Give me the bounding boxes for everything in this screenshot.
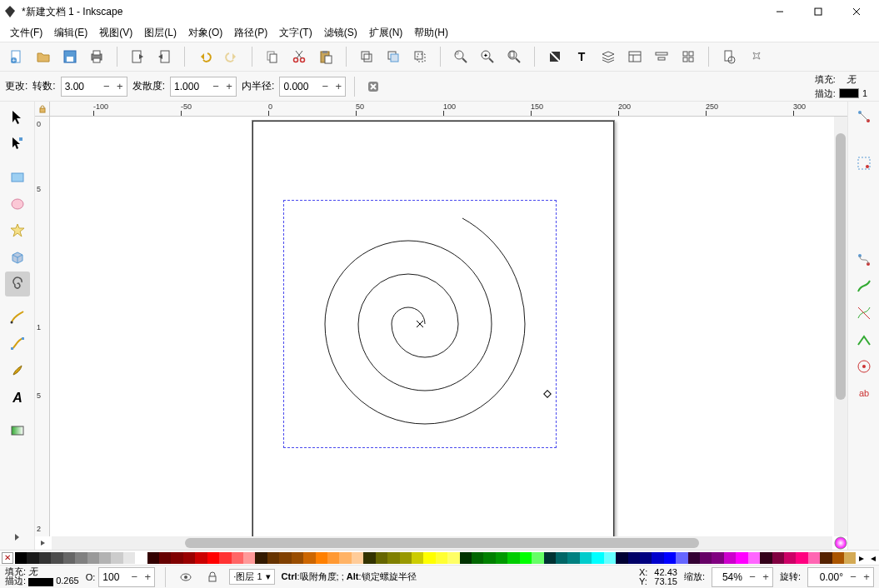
color-swatch[interactable]	[628, 552, 640, 564]
save-icon[interactable]	[60, 47, 80, 67]
layer-lock-icon[interactable]	[202, 567, 222, 587]
inner-radius-spinbox[interactable]: − +	[279, 77, 346, 97]
palette-menu[interactable]: ◂	[867, 552, 879, 564]
ellipse-tool[interactable]	[5, 192, 30, 217]
menu-view[interactable]: 视图(V)	[94, 24, 137, 42]
clone-icon[interactable]	[383, 47, 403, 67]
inner-radius-decrement[interactable]: −	[318, 77, 332, 96]
color-swatch[interactable]	[724, 552, 736, 564]
color-swatch[interactable]	[748, 552, 760, 564]
color-swatch[interactable]	[219, 552, 231, 564]
color-swatch[interactable]	[664, 552, 676, 564]
xml-dialog-icon[interactable]	[625, 47, 645, 67]
3dbox-tool[interactable]	[5, 245, 30, 270]
snap-intersection-icon[interactable]	[854, 303, 874, 323]
align-dialog-icon[interactable]	[652, 47, 672, 67]
layer-visibility-icon[interactable]	[176, 567, 196, 587]
color-swatch[interactable]	[423, 552, 435, 564]
status-fill-value[interactable]: 无	[28, 567, 53, 576]
color-swatch[interactable]	[520, 552, 532, 564]
toolbox-expand[interactable]	[5, 525, 30, 550]
color-swatch[interactable]	[363, 552, 375, 564]
print-icon[interactable]	[87, 47, 107, 67]
inner-radius-increment[interactable]: +	[332, 77, 345, 96]
snap-bbox-icon[interactable]	[854, 153, 874, 173]
open-icon[interactable]	[33, 47, 53, 67]
color-swatch[interactable]	[135, 552, 147, 564]
divergence-increment[interactable]: +	[222, 77, 236, 96]
pencil-tool[interactable]	[5, 305, 30, 330]
color-swatch[interactable]	[243, 552, 255, 564]
color-swatch[interactable]	[808, 552, 820, 564]
color-swatch[interactable]	[832, 552, 844, 564]
menu-extension[interactable]: 扩展(N)	[364, 24, 408, 42]
horizontal-ruler[interactable]: -100-50050100150200250300	[50, 102, 847, 117]
bezier-tool[interactable]	[5, 331, 30, 356]
vertical-scrollbar[interactable]	[834, 117, 847, 536]
color-swatch[interactable]	[316, 552, 327, 564]
snap-nodes-icon[interactable]	[854, 250, 874, 270]
color-swatch[interactable]	[232, 552, 243, 564]
color-swatch[interactable]	[700, 552, 712, 564]
color-swatch[interactable]	[339, 552, 351, 564]
color-swatch[interactable]	[412, 552, 423, 564]
zoom-decrement[interactable]: −	[746, 568, 759, 586]
color-swatch[interactable]	[207, 552, 219, 564]
minimize-button[interactable]	[761, 0, 799, 23]
text-dialog-icon[interactable]: T	[572, 47, 592, 67]
zoom-drawing-icon[interactable]: ✦	[477, 47, 497, 67]
color-swatch[interactable]	[292, 552, 303, 564]
gradient-tool[interactable]	[5, 418, 30, 443]
divergence-input[interactable]	[171, 81, 209, 92]
rotate-decrement[interactable]: −	[847, 568, 860, 586]
color-swatch[interactable]	[352, 552, 363, 564]
duplicate-icon[interactable]	[357, 47, 377, 67]
stroke-swatch[interactable]	[839, 88, 859, 98]
reset-defaults-icon[interactable]	[363, 77, 383, 97]
color-swatch[interactable]	[51, 552, 62, 564]
vertical-ruler[interactable]: 05152	[35, 117, 50, 536]
opacity-input[interactable]	[99, 571, 127, 583]
snap-enable-icon[interactable]	[854, 107, 874, 127]
opacity-increment[interactable]: +	[141, 568, 154, 586]
maximize-button[interactable]	[799, 0, 837, 23]
menu-path[interactable]: 路径(P)	[229, 24, 272, 42]
color-swatch[interactable]	[736, 552, 747, 564]
color-swatch[interactable]	[27, 552, 38, 564]
menu-file[interactable]: 文件(F)	[5, 24, 47, 42]
zoom-increment[interactable]: +	[759, 568, 772, 586]
color-swatch[interactable]	[436, 552, 447, 564]
color-swatch[interactable]	[604, 552, 616, 564]
inner-radius-input[interactable]	[280, 81, 318, 92]
turns-increment[interactable]: +	[113, 77, 127, 96]
color-swatch[interactable]	[784, 552, 796, 564]
color-swatch[interactable]	[592, 552, 603, 564]
rotate-input[interactable]	[808, 571, 847, 583]
undo-icon[interactable]	[195, 47, 215, 67]
star-tool[interactable]	[5, 218, 30, 243]
selectors-dialog-icon[interactable]	[678, 47, 698, 67]
color-swatch[interactable]	[400, 552, 412, 564]
color-swatch[interactable]	[652, 552, 663, 564]
node-tool[interactable]	[5, 132, 30, 157]
divergence-decrement[interactable]: −	[209, 77, 222, 96]
layers-dialog-icon[interactable]	[598, 47, 618, 67]
color-swatch[interactable]	[159, 552, 171, 564]
color-swatch[interactable]	[387, 552, 399, 564]
color-swatch[interactable]	[267, 552, 279, 564]
menu-help[interactable]: 帮助(H)	[409, 24, 453, 42]
current-layer-selector[interactable]: ·图层 1 ▾	[229, 569, 274, 585]
rotate-spinbox[interactable]: −+	[807, 567, 874, 587]
opacity-decrement[interactable]: −	[127, 568, 141, 586]
lock-guides-icon[interactable]	[35, 102, 50, 117]
color-swatch[interactable]	[616, 552, 627, 564]
color-swatch[interactable]	[39, 552, 51, 564]
menu-object[interactable]: 对象(O)	[183, 24, 227, 42]
color-swatch[interactable]	[447, 552, 459, 564]
color-swatch[interactable]	[111, 552, 122, 564]
color-swatch[interactable]	[75, 552, 87, 564]
color-swatch[interactable]	[760, 552, 772, 564]
fill-stroke-dialog-icon[interactable]	[545, 47, 565, 67]
color-swatch[interactable]	[820, 552, 832, 564]
color-swatch[interactable]	[303, 552, 315, 564]
